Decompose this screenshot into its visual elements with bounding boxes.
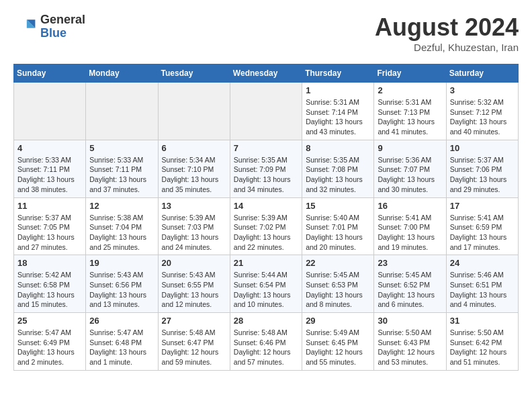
calendar-cell: 9Sunrise: 5:36 AM Sunset: 7:07 PM Daylig… xyxy=(374,140,446,197)
calendar-cell: 8Sunrise: 5:35 AM Sunset: 7:08 PM Daylig… xyxy=(302,140,374,197)
day-number: 14 xyxy=(234,201,298,211)
day-info: Sunrise: 5:43 AM Sunset: 6:55 PM Dayligh… xyxy=(162,270,226,310)
day-info: Sunrise: 5:48 AM Sunset: 6:46 PM Dayligh… xyxy=(234,328,298,367)
calendar-week-row: 25Sunrise: 5:47 AM Sunset: 6:49 PM Dayli… xyxy=(14,313,519,371)
day-info: Sunrise: 5:33 AM Sunset: 7:11 PM Dayligh… xyxy=(17,155,82,195)
day-number: 5 xyxy=(89,143,154,153)
day-info: Sunrise: 5:45 AM Sunset: 6:53 PM Dayligh… xyxy=(306,270,370,310)
day-number: 6 xyxy=(162,143,226,153)
calendar-cell: 16Sunrise: 5:41 AM Sunset: 7:00 PM Dayli… xyxy=(374,197,446,255)
day-number: 31 xyxy=(450,316,515,326)
day-number: 25 xyxy=(17,316,82,326)
day-number: 29 xyxy=(306,316,370,326)
calendar-cell: 21Sunrise: 5:44 AM Sunset: 6:54 PM Dayli… xyxy=(230,255,302,313)
day-info: Sunrise: 5:45 AM Sunset: 6:52 PM Dayligh… xyxy=(378,270,442,310)
calendar-cell xyxy=(230,83,302,140)
calendar-cell: 14Sunrise: 5:39 AM Sunset: 7:02 PM Dayli… xyxy=(230,197,302,255)
day-info: Sunrise: 5:40 AM Sunset: 7:01 PM Dayligh… xyxy=(306,213,370,253)
day-number: 8 xyxy=(306,143,370,153)
day-number: 3 xyxy=(450,85,515,95)
calendar-subtitle: Dezful, Khuzestan, Iran xyxy=(375,42,519,53)
calendar-cell: 24Sunrise: 5:46 AM Sunset: 6:51 PM Dayli… xyxy=(446,255,518,313)
day-number: 7 xyxy=(234,143,298,153)
day-info: Sunrise: 5:47 AM Sunset: 6:49 PM Dayligh… xyxy=(17,328,82,367)
calendar-cell: 18Sunrise: 5:42 AM Sunset: 6:58 PM Dayli… xyxy=(14,255,86,313)
col-header-saturday: Saturday xyxy=(446,64,518,83)
day-number: 18 xyxy=(17,258,82,268)
title-block: August 2024 Dezful, Khuzestan, Iran xyxy=(375,13,519,53)
calendar-cell: 1Sunrise: 5:31 AM Sunset: 7:14 PM Daylig… xyxy=(302,83,374,140)
calendar-cell: 11Sunrise: 5:37 AM Sunset: 7:05 PM Dayli… xyxy=(14,197,86,255)
day-number: 2 xyxy=(378,85,442,95)
calendar-cell: 15Sunrise: 5:40 AM Sunset: 7:01 PM Dayli… xyxy=(302,197,374,255)
day-info: Sunrise: 5:42 AM Sunset: 6:58 PM Dayligh… xyxy=(17,270,82,310)
calendar-cell: 30Sunrise: 5:50 AM Sunset: 6:43 PM Dayli… xyxy=(374,313,446,371)
day-info: Sunrise: 5:50 AM Sunset: 6:43 PM Dayligh… xyxy=(378,328,442,367)
day-info: Sunrise: 5:35 AM Sunset: 7:09 PM Dayligh… xyxy=(234,155,298,195)
calendar-cell: 17Sunrise: 5:41 AM Sunset: 6:59 PM Dayli… xyxy=(446,197,518,255)
calendar-cell: 12Sunrise: 5:38 AM Sunset: 7:04 PM Dayli… xyxy=(86,197,158,255)
day-number: 30 xyxy=(378,316,442,326)
day-info: Sunrise: 5:38 AM Sunset: 7:04 PM Dayligh… xyxy=(89,213,154,253)
day-info: Sunrise: 5:33 AM Sunset: 7:11 PM Dayligh… xyxy=(89,155,154,195)
page-header: General Blue August 2024 Dezful, Khuzest… xyxy=(13,13,519,53)
day-number: 27 xyxy=(162,316,226,326)
calendar-cell: 13Sunrise: 5:39 AM Sunset: 7:03 PM Dayli… xyxy=(158,197,230,255)
day-number: 22 xyxy=(306,258,370,268)
day-info: Sunrise: 5:32 AM Sunset: 7:12 PM Dayligh… xyxy=(450,97,515,137)
day-number: 12 xyxy=(89,201,154,211)
calendar-cell: 19Sunrise: 5:43 AM Sunset: 6:56 PM Dayli… xyxy=(86,255,158,313)
calendar-cell: 5Sunrise: 5:33 AM Sunset: 7:11 PM Daylig… xyxy=(86,140,158,197)
calendar-cell: 10Sunrise: 5:37 AM Sunset: 7:06 PM Dayli… xyxy=(446,140,518,197)
logo-general: General xyxy=(40,13,85,27)
calendar-cell: 28Sunrise: 5:48 AM Sunset: 6:46 PM Dayli… xyxy=(230,313,302,371)
day-number: 28 xyxy=(234,316,298,326)
calendar-cell: 3Sunrise: 5:32 AM Sunset: 7:12 PM Daylig… xyxy=(446,83,518,140)
logo-text: General Blue xyxy=(40,13,85,40)
day-number: 23 xyxy=(378,258,442,268)
calendar-cell: 23Sunrise: 5:45 AM Sunset: 6:52 PM Dayli… xyxy=(374,255,446,313)
col-header-wednesday: Wednesday xyxy=(230,64,302,83)
day-number: 15 xyxy=(306,201,370,211)
day-number: 21 xyxy=(234,258,298,268)
day-number: 1 xyxy=(306,85,370,95)
calendar-cell: 31Sunrise: 5:50 AM Sunset: 6:42 PM Dayli… xyxy=(446,313,518,371)
calendar-cell xyxy=(158,83,230,140)
day-number: 13 xyxy=(162,201,226,211)
calendar-cell: 2Sunrise: 5:31 AM Sunset: 7:13 PM Daylig… xyxy=(374,83,446,140)
col-header-tuesday: Tuesday xyxy=(158,64,230,83)
calendar-week-row: 11Sunrise: 5:37 AM Sunset: 7:05 PM Dayli… xyxy=(14,197,519,255)
calendar-cell: 29Sunrise: 5:49 AM Sunset: 6:45 PM Dayli… xyxy=(302,313,374,371)
day-number: 9 xyxy=(378,143,442,153)
calendar-cell: 4Sunrise: 5:33 AM Sunset: 7:11 PM Daylig… xyxy=(14,140,86,197)
calendar-week-row: 1Sunrise: 5:31 AM Sunset: 7:14 PM Daylig… xyxy=(14,83,519,140)
col-header-thursday: Thursday xyxy=(302,64,374,83)
day-info: Sunrise: 5:37 AM Sunset: 7:05 PM Dayligh… xyxy=(17,213,82,253)
calendar-cell: 26Sunrise: 5:47 AM Sunset: 6:48 PM Dayli… xyxy=(86,313,158,371)
day-info: Sunrise: 5:35 AM Sunset: 7:08 PM Dayligh… xyxy=(306,155,370,195)
day-number: 20 xyxy=(162,258,226,268)
calendar-week-row: 18Sunrise: 5:42 AM Sunset: 6:58 PM Dayli… xyxy=(14,255,519,313)
day-number: 19 xyxy=(89,258,154,268)
day-info: Sunrise: 5:47 AM Sunset: 6:48 PM Dayligh… xyxy=(89,328,154,367)
calendar-cell: 25Sunrise: 5:47 AM Sunset: 6:49 PM Dayli… xyxy=(14,313,86,371)
day-info: Sunrise: 5:48 AM Sunset: 6:47 PM Dayligh… xyxy=(162,328,226,367)
day-info: Sunrise: 5:49 AM Sunset: 6:45 PM Dayligh… xyxy=(306,328,370,367)
logo: General Blue xyxy=(13,13,85,40)
calendar-cell: 7Sunrise: 5:35 AM Sunset: 7:09 PM Daylig… xyxy=(230,140,302,197)
calendar-table: SundayMondayTuesdayWednesdayThursdayFrid… xyxy=(13,64,519,371)
day-info: Sunrise: 5:37 AM Sunset: 7:06 PM Dayligh… xyxy=(450,155,515,195)
col-header-friday: Friday xyxy=(374,64,446,83)
logo-blue: Blue xyxy=(40,27,85,40)
day-number: 10 xyxy=(450,143,515,153)
day-number: 4 xyxy=(17,143,82,153)
day-info: Sunrise: 5:39 AM Sunset: 7:02 PM Dayligh… xyxy=(234,213,298,253)
day-number: 11 xyxy=(17,201,82,211)
day-number: 24 xyxy=(450,258,515,268)
calendar-cell: 27Sunrise: 5:48 AM Sunset: 6:47 PM Dayli… xyxy=(158,313,230,371)
day-info: Sunrise: 5:39 AM Sunset: 7:03 PM Dayligh… xyxy=(162,213,226,253)
day-info: Sunrise: 5:36 AM Sunset: 7:07 PM Dayligh… xyxy=(378,155,442,195)
day-info: Sunrise: 5:31 AM Sunset: 7:13 PM Dayligh… xyxy=(378,97,442,137)
calendar-week-row: 4Sunrise: 5:33 AM Sunset: 7:11 PM Daylig… xyxy=(14,140,519,197)
calendar-cell: 22Sunrise: 5:45 AM Sunset: 6:53 PM Dayli… xyxy=(302,255,374,313)
